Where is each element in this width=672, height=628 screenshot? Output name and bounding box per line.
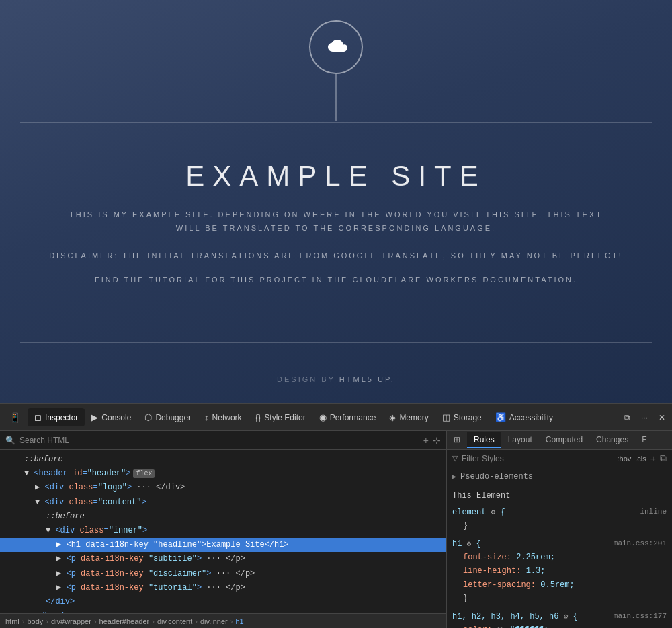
cls-button[interactable]: .cls [635, 455, 646, 463]
tab-storage-label: Storage [454, 413, 482, 422]
site-content: EXAMPLE SITE THIS IS MY EXAMPLE SITE. DE… [9, 160, 663, 284]
css-tab-layout-icon[interactable]: ⊞ [447, 432, 467, 448]
css-filter-input[interactable] [462, 454, 614, 463]
add-rule-button[interactable]: + [650, 453, 656, 464]
css-tab-layout[interactable]: Layout [501, 432, 539, 448]
add-node-button[interactable]: + [423, 435, 429, 446]
html5up-link[interactable]: HTML5 UP [339, 375, 391, 383]
more-tools-button[interactable]: ··· [637, 410, 652, 425]
debugger-icon: ⬡ [144, 412, 152, 422]
copy-rule-button[interactable]: ⧉ [660, 453, 667, 464]
gear-icon-3[interactable]: ⚙ [564, 613, 569, 621]
tab-memory[interactable]: ◈ Memory [382, 408, 435, 426]
this-element-section: This Element element ⚙ { inline } [452, 489, 667, 628]
gear-icon-2[interactable]: ⚙ [467, 540, 472, 548]
css-tab-rules[interactable]: Rules [467, 432, 501, 448]
breadcrumb: html › body › div#wrapper › header#heade… [0, 613, 446, 628]
css-property: color: #ffffff; [452, 623, 667, 628]
tab-accessibility-label: Accessibility [509, 413, 553, 422]
tab-accessibility[interactable]: ♿ Accessibility [489, 408, 560, 426]
devtools-panel: 📱 ◻ Inspector ▶ Console ⬡ Debugger ↕ Net… [0, 403, 672, 628]
breadcrumb-header[interactable]: header#header [99, 617, 150, 625]
css-tabs: ⊞ Rules Layout Computed Changes F [447, 431, 672, 450]
bottom-divider [20, 342, 652, 343]
devtools-toolbar: 📱 ◻ Inspector ▶ Console ⬡ Debugger ↕ Net… [0, 404, 672, 431]
tab-performance[interactable]: ◉ Performance [312, 408, 383, 426]
element-inline-rule: element ⚙ { inline } [452, 506, 667, 533]
style-editor-icon: {} [255, 412, 261, 422]
search-icon: 🔍 [5, 436, 15, 445]
css-rules-panel: ⊞ Rules Layout Computed Changes F ▽ :hov… [447, 431, 672, 628]
tab-inspector[interactable]: ◻ Inspector [28, 408, 85, 426]
html-panel: 🔍 + ⊹ ::before ▼ <header id="header">fle… [0, 431, 447, 628]
tree-row[interactable]: ▼ <div class="inner"> [0, 524, 446, 538]
devtools-content: 🔍 + ⊹ ::before ▼ <header id="header">fle… [0, 431, 672, 628]
cloud-icon [324, 38, 348, 56]
site-tutorial: FIND THE TUTORIAL FOR THIS PROJECT IN TH… [95, 276, 577, 284]
search-input[interactable] [19, 436, 419, 445]
css-property: letter-spacing: 0.5rem; [452, 578, 667, 592]
css-filter-bar: ▽ :hov .cls + ⧉ [447, 450, 672, 467]
filter-icon: ▽ [452, 454, 458, 463]
tree-row[interactable]: ▼ <div class="content"> [0, 496, 446, 510]
css-property: line-height: 1.3; [452, 564, 667, 578]
pseudo-elements-header[interactable]: ▶ Pseudo-elements [452, 470, 667, 483]
breadcrumb-content[interactable]: div.content [157, 617, 192, 625]
h1-h6-rule: h1, h2, h3, h4, h5, h6 ⚙ { main.css:177 … [452, 610, 667, 628]
tab-network-label: Network [212, 413, 242, 422]
tree-row[interactable]: ▶ <p data-i18n-key="subtitle"> ··· </p> [0, 552, 446, 566]
css-rules-content: ▶ Pseudo-elements This Element element ⚙… [447, 467, 672, 628]
chevron-right-icon: ▶ [452, 471, 456, 483]
performance-icon: ◉ [319, 412, 327, 422]
html-search-bar: 🔍 + ⊹ [0, 431, 446, 450]
h1-rule: h1 ⚙ { main.css:201 font-size: 2.25rem; … [452, 537, 667, 606]
tab-storage[interactable]: ◫ Storage [435, 408, 489, 426]
accessibility-icon: ♿ [495, 412, 506, 422]
tab-responsive[interactable]: 📱 [3, 408, 28, 427]
logo-circle [309, 20, 363, 74]
tree-row[interactable]: ▶ <div class="logo"> ··· </div> [0, 481, 446, 495]
tree-row[interactable]: ▶ <p data-i18n-key="disclaimer"> ··· </p… [0, 567, 446, 581]
html-tree: ::before ▼ <header id="header">flex ▶ <d… [0, 450, 446, 613]
tab-debugger[interactable]: ⬡ Debugger [138, 408, 198, 426]
tree-row[interactable]: ▼ <header id="header">flex [0, 467, 446, 481]
css-tab-fonts[interactable]: F [635, 432, 653, 448]
css-tab-computed[interactable]: Computed [539, 432, 589, 448]
tab-memory-label: Memory [399, 413, 428, 422]
breadcrumb-inner[interactable]: div.inner [200, 617, 228, 625]
tab-network[interactable]: ↕ Network [198, 408, 249, 426]
hov-button[interactable]: :hov [618, 455, 632, 463]
memory-icon: ◈ [389, 412, 396, 422]
tree-row[interactable]: ▶ <p data-i18n-key="tutorial"> ··· </p> [0, 581, 446, 595]
tree-row[interactable]: ::before [0, 453, 446, 467]
tree-row[interactable]: ::before [0, 510, 446, 524]
tab-style-editor[interactable]: {} Style Editor [249, 408, 312, 426]
network-icon: ↕ [204, 412, 209, 422]
tab-debugger-label: Debugger [155, 413, 191, 422]
breadcrumb-body[interactable]: body [27, 617, 43, 625]
tab-console-label: Console [101, 413, 131, 422]
breadcrumb-html[interactable]: html [5, 617, 19, 625]
logo-line [335, 74, 337, 121]
site-title: EXAMPLE SITE [185, 160, 486, 192]
breadcrumb-h1[interactable]: h1 [235, 617, 243, 625]
pick-element-button[interactable]: ⊹ [433, 435, 441, 446]
tree-row[interactable]: </div> [0, 595, 446, 609]
tree-row-selected[interactable]: ▶ <h1 data-i18n-key="headline">Example S… [0, 538, 446, 552]
breadcrumb-wrapper[interactable]: div#wrapper [51, 617, 91, 625]
responsive-icon: 📱 [9, 412, 21, 423]
tab-console[interactable]: ▶ Console [85, 408, 138, 426]
site-disclaimer: DISCLAIMER: THE INITIAL TRANSLATIONS ARE… [49, 251, 623, 260]
close-devtools-button[interactable]: ✕ [655, 410, 669, 425]
storage-icon: ◫ [442, 412, 450, 422]
css-tab-changes[interactable]: Changes [589, 432, 635, 448]
gear-icon[interactable]: ⚙ [491, 508, 496, 516]
site-footer: DESIGN BY HTML5 UP. [277, 375, 395, 383]
pseudo-elements-section: ▶ Pseudo-elements [452, 470, 667, 483]
css-property: font-size: 2.25rem; [452, 551, 667, 564]
website-preview: EXAMPLE SITE THIS IS MY EXAMPLE SITE. DE… [0, 0, 672, 403]
dock-button[interactable]: ⧉ [620, 410, 634, 425]
tab-performance-label: Performance [330, 413, 376, 422]
inspector-icon: ◻ [34, 412, 42, 422]
tab-style-editor-label: Style Editor [264, 413, 305, 422]
